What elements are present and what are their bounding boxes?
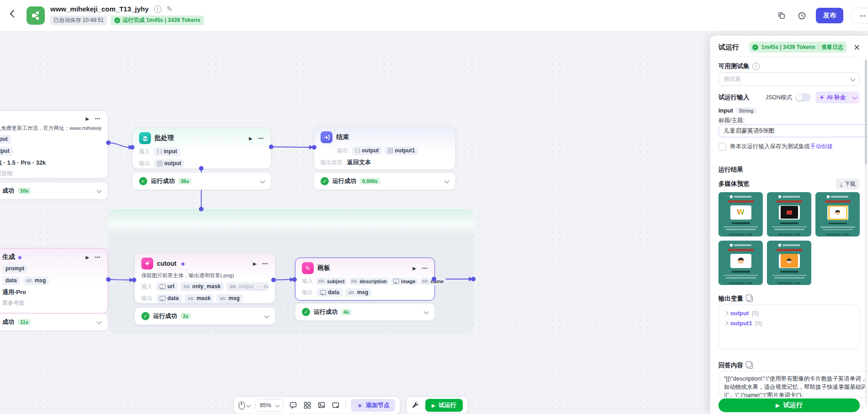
node-gen-partial[interactable]: 生成 ◆ ▶⋯ prompt data str.msg 通用-Pro 置参考图: [0, 248, 108, 313]
watermark-text: mihekeji.com: [777, 281, 801, 285]
panel-test-run-button[interactable]: ▶ 试运行: [718, 398, 860, 412]
node-cutout[interactable]: cutout ◆ ▶⋯ 保留图片前景主体，输出透明背景(.png) 输入 url…: [134, 253, 275, 303]
chevron-down-icon[interactable]: [96, 319, 102, 324]
chevron-down-icon[interactable]: [444, 178, 449, 183]
node-batch[interactable]: 批处理 ▶⋯ 输入 [ ]input 输出 output: [132, 128, 271, 169]
image-type-icon: [160, 284, 166, 289]
preview-thumbnail[interactable]: W mihekeji.com: [718, 192, 763, 237]
more-variables-icon[interactable]: ⋯: [253, 284, 264, 290]
more-icon[interactable]: ⋯: [95, 254, 101, 261]
play-icon[interactable]: ▶: [86, 116, 89, 121]
close-icon[interactable]: [854, 44, 860, 50]
wrench-icon[interactable]: [411, 401, 420, 410]
info-icon[interactable]: i: [154, 5, 161, 13]
add-node-button[interactable]: ＋ 添加节点: [351, 399, 395, 412]
connection-port[interactable]: [106, 140, 111, 145]
variable-badge: prompt: [2, 264, 27, 273]
comment-icon[interactable]: [289, 401, 298, 410]
chevron-down-icon[interactable]: [260, 178, 265, 183]
status-gen[interactable]: 成功 11s: [0, 313, 108, 331]
status-end[interactable]: ✓ 运行成功 0.000s: [314, 172, 455, 190]
connection-port[interactable]: [132, 278, 136, 282]
variable-badge: url: [156, 282, 177, 291]
save-checkbox[interactable]: [718, 143, 726, 151]
run-input-row: 试运行输入 JSON模式 AI 补全: [718, 91, 860, 103]
status-llm[interactable]: 成功 10s: [0, 182, 108, 199]
info-icon[interactable]: i: [752, 63, 760, 70]
more-icon[interactable]: ⋯: [95, 115, 101, 122]
connection-port[interactable]: [130, 145, 134, 150]
preview-thumbnail[interactable]: mihekeji.com: [767, 241, 811, 285]
connection-port[interactable]: [471, 277, 476, 281]
manual-create-link[interactable]: 手动创建: [810, 143, 833, 150]
image-icon[interactable]: [317, 401, 326, 410]
status-cutout[interactable]: ✓ 运行成功 2s: [134, 307, 275, 325]
chevron-down-icon: [246, 403, 251, 407]
duration-badge: 0.000s: [360, 178, 380, 184]
duration-badge: 36s: [178, 178, 191, 184]
connection-port[interactable]: [432, 277, 436, 281]
media-preview-grid: W mihekeji.com mihekeji.com mihekeji.com…: [718, 192, 860, 285]
frame-icon[interactable]: [331, 401, 340, 410]
workflow-app-icon: [27, 6, 45, 25]
array-type-icon: [ ]: [355, 148, 360, 153]
zoom-select[interactable]: 85%: [255, 399, 284, 412]
status-board[interactable]: ✓ 运行成功 4s: [295, 303, 435, 321]
edit-title-icon[interactable]: ✎: [166, 5, 172, 13]
play-icon[interactable]: ▶: [413, 266, 416, 271]
more-icon[interactable]: ⋯: [422, 265, 428, 272]
play-icon[interactable]: ▶: [253, 261, 257, 266]
play-icon[interactable]: ▶: [86, 255, 89, 260]
node-end[interactable]: 结束 输出 [ ]output output1 输出类型 返回文本: [314, 127, 455, 170]
publish-button[interactable]: 发布: [816, 8, 843, 23]
chevron-down-icon[interactable]: [423, 309, 429, 314]
view-log-link[interactable]: 查看日志: [821, 43, 843, 51]
plugin-diamond-icon: ◆: [181, 261, 185, 267]
connection-port[interactable]: [199, 166, 204, 171]
pointer-mode-button[interactable]: [239, 402, 250, 409]
more-button[interactable]: ⋯: [852, 8, 868, 23]
back-icon[interactable]: [10, 10, 18, 18]
preview-thumbnail[interactable]: mihekeji.com: [718, 241, 763, 285]
connection-port[interactable]: [269, 145, 273, 149]
panel-scrollbar[interactable]: [865, 59, 867, 405]
connection-port[interactable]: [312, 145, 316, 150]
title-input[interactable]: [718, 124, 868, 137]
chevron-right-icon: [724, 321, 729, 326]
run-complete-badge[interactable]: ✓ 运行完成 1m45s | 3439 Tokens: [111, 16, 204, 25]
more-icon[interactable]: ⋯: [262, 260, 268, 267]
output-tree-item[interactable]: output {5}: [724, 310, 854, 317]
node-llm-partial[interactable]: ▶⋯ 入免费更新工作流，官方网址：www.mihekeji.co… put tp…: [0, 111, 108, 178]
test-run-button[interactable]: ▶ 试运行: [425, 399, 463, 412]
status-batch[interactable]: ✓ 运行成功 36s: [132, 172, 271, 190]
success-icon: ✓: [139, 177, 147, 185]
chevron-down-icon[interactable]: [264, 313, 269, 318]
connection-port[interactable]: [271, 278, 276, 282]
preview-thumbnail[interactable]: mihekeji.com: [767, 192, 811, 237]
run-summary-badge: ✓ 1m45s | 3439 Tokens 查看日志: [749, 42, 847, 53]
preview-thumbnail[interactable]: mihekeji.com: [815, 192, 860, 237]
connection-port[interactable]: [199, 207, 204, 211]
more-icon[interactable]: ⋯: [258, 135, 264, 142]
connection-port[interactable]: [292, 277, 297, 282]
testset-select[interactable]: 测试集: [718, 72, 860, 86]
output-tree-item[interactable]: output1 {5}: [724, 320, 854, 327]
node-board[interactable]: ✎ 画板 ▶⋯ 输入 str.subject str.description i…: [295, 258, 435, 301]
chevron-down-icon[interactable]: [96, 188, 102, 193]
download-button[interactable]: ↓ 下载: [836, 178, 860, 189]
copy-icon[interactable]: [747, 296, 753, 302]
variable-badge: put: [0, 135, 11, 144]
copy-icon[interactable]: [747, 363, 753, 369]
outputs-header: 输出变量: [718, 295, 860, 303]
input-var-row: input String: [718, 107, 860, 114]
layout-icon[interactable]: [303, 401, 312, 410]
duration-badge: 10s: [18, 188, 31, 194]
answer-content-box[interactable]: "[{\"description\":\"使用带有图像的卡片教孩子英语单词，如动…: [718, 371, 868, 398]
ai-complete-button[interactable]: AI 补全: [815, 91, 860, 103]
duplicate-icon[interactable]: [776, 10, 788, 22]
play-icon[interactable]: ▶: [249, 136, 252, 141]
ai-complete-dropdown[interactable]: [850, 91, 860, 103]
json-mode-toggle[interactable]: [795, 93, 811, 102]
history-icon[interactable]: [796, 10, 808, 22]
connection-port[interactable]: [106, 277, 111, 282]
